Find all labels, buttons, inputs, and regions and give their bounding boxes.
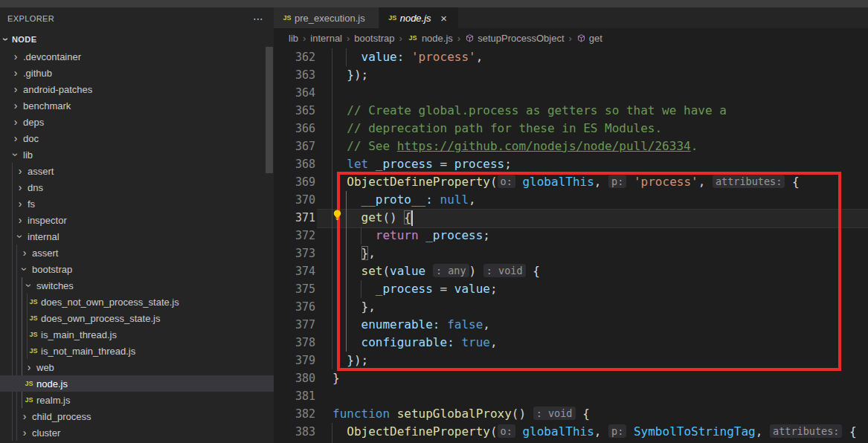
breadcrumb-item-node.js[interactable]: JSnode.js — [407, 33, 453, 44]
line-number-376[interactable]: 376 — [274, 298, 315, 316]
breadcrumb-label: lib — [289, 33, 298, 44]
lightbulb-icon[interactable] — [332, 209, 343, 221]
sidebar-item-assert[interactable]: ›assert — [0, 163, 274, 179]
code-token: , — [756, 424, 770, 439]
code-token — [332, 139, 347, 153]
code-line-383[interactable]: 383 ObjectDefineProperty(o: globalThis, … — [274, 423, 868, 441]
line-content: // deprecation path for these in ES Modu… — [332, 120, 662, 138]
tab-node.js[interactable]: JSnode.js× — [379, 7, 459, 28]
js-file-icon: JS — [407, 34, 419, 42]
sidebar-item-does_not_own_process_state.js[interactable]: JSdoes_not_own_process_state.js — [0, 294, 274, 310]
code-line-366[interactable]: 366 // deprecation path for these in ES … — [274, 120, 868, 138]
item-label: assert — [30, 248, 58, 259]
line-number-378[interactable]: 378 — [274, 334, 315, 352]
line-number-372[interactable]: 372 — [274, 227, 315, 245]
line-number-379[interactable]: 379 — [274, 352, 315, 369]
sidebar-item-fs[interactable]: ›fs — [0, 195, 274, 212]
line-number-382[interactable]: 382 — [274, 405, 315, 423]
item-label: dns — [26, 182, 43, 193]
code-line-368[interactable]: 368 let _process = process; — [274, 155, 868, 173]
line-number-368[interactable]: 368 — [274, 155, 315, 173]
line-number-371[interactable]: 371 — [274, 209, 315, 227]
sidebar-item-does_own_process_state.js[interactable]: JSdoes_own_process_state.js — [0, 310, 274, 326]
line-number-381[interactable]: 381 — [274, 387, 315, 405]
breadcrumb-item-internal[interactable]: internal — [310, 33, 342, 44]
code-token: () — [512, 407, 533, 421]
sidebar-item-child_process[interactable]: ›child_process — [0, 408, 274, 424]
js-file-icon: JS — [28, 314, 39, 322]
sidebar-item-is_not_main_thread.js[interactable]: JSis_not_main_thread.js — [0, 343, 274, 359]
sidebar-item-node.js[interactable]: JSnode.js — [0, 375, 274, 392]
breadcrumb-item-get[interactable]: get — [576, 33, 602, 44]
chevron-down-icon: › — [15, 230, 25, 242]
sidebar-item-.devcontainer[interactable]: ›.devcontainer — [0, 48, 274, 65]
breadcrumb-label: node.js — [422, 33, 453, 44]
line-number-362[interactable]: 362 — [274, 48, 315, 66]
line-number-374[interactable]: 374 — [274, 262, 315, 280]
line-number-365[interactable]: 365 — [274, 102, 315, 120]
sidebar-item-doc[interactable]: ›doc — [0, 130, 274, 146]
item-label: web — [35, 362, 54, 373]
sidebar-item-.github[interactable]: ›.github — [0, 65, 274, 81]
sidebar-item-inspector[interactable]: ›inspector — [0, 212, 274, 228]
breadcrumb-separator-icon: › — [569, 33, 572, 44]
chevron-right-icon: › — [19, 427, 30, 438]
line-number-380[interactable]: 380 — [274, 369, 315, 387]
chevron-right-icon: › — [10, 117, 22, 127]
explorer-sidebar: EXPLORER ⋯ › NODE ›.devcontainer›.github… — [0, 7, 274, 443]
code-token: // deprecation path for these in ES Modu… — [347, 121, 662, 135]
js-file-icon: JS — [23, 396, 35, 404]
line-number-364[interactable]: 364 — [274, 84, 315, 102]
code-editor[interactable]: 362 value: 'process',363 });364365 // Cr… — [274, 48, 868, 443]
tab-bar: JSpre_execution.jsJSnode.js× — [274, 7, 868, 28]
tab-label: node.js — [400, 13, 431, 24]
line-number-366[interactable]: 366 — [274, 120, 315, 138]
tab-pre_execution.js[interactable]: JSpre_execution.js — [274, 7, 379, 28]
code-line-380[interactable]: 380} — [274, 369, 868, 387]
sidebar-item-assert[interactable]: ›assert — [0, 245, 274, 261]
chevron-right-icon: › — [10, 68, 22, 78]
line-number-375[interactable]: 375 — [274, 280, 315, 298]
sidebar-item-switches[interactable]: ›switches — [0, 277, 274, 294]
sidebar-item-bootstrap[interactable]: ›bootstrap — [0, 261, 274, 277]
item-label: switches — [35, 280, 74, 291]
close-icon[interactable]: × — [437, 12, 451, 25]
line-number-373[interactable]: 373 — [274, 245, 315, 262]
code-line-362[interactable]: 362 value: 'process', — [274, 48, 868, 66]
sidebar-item-web[interactable]: ›web — [0, 359, 274, 375]
code-line-382[interactable]: 382function setupGlobalProxy() : void { — [274, 405, 868, 423]
breadcrumb-separator-icon: › — [399, 33, 402, 44]
js-file-icon: JS — [28, 298, 39, 305]
inlay-hint: : void — [533, 407, 576, 420]
sidebar-item-lib[interactable]: ›lib — [0, 146, 274, 163]
sidebar-item-realm.js[interactable]: JSrealm.js — [0, 392, 274, 408]
code-line-367[interactable]: 367 // See https://github.com/nodejs/nod… — [274, 138, 868, 155]
sidebar-item-is_main_thread.js[interactable]: JSis_main_thread.js — [0, 326, 274, 343]
code-line-364[interactable]: 364 — [274, 84, 868, 102]
line-number-383[interactable]: 383 — [274, 423, 315, 441]
line-number-377[interactable]: 377 — [274, 316, 315, 334]
breadcrumb-label: bootstrap — [354, 33, 394, 44]
sidebar-item-deps[interactable]: ›deps — [0, 114, 274, 130]
breadcrumb-item-setupProcessObject[interactable]: setupProcessObject — [465, 33, 564, 44]
line-number-363[interactable]: 363 — [274, 66, 315, 84]
line-number-370[interactable]: 370 — [274, 191, 315, 209]
breadcrumb-item-lib[interactable]: lib — [289, 33, 298, 44]
code-line-381[interactable]: 381 — [274, 387, 868, 405]
line-number-367[interactable]: 367 — [274, 138, 315, 155]
code-line-363[interactable]: 363 }); — [274, 66, 868, 84]
sidebar-item-cluster[interactable]: ›cluster — [0, 424, 274, 441]
more-actions-icon[interactable]: ⋯ — [253, 13, 263, 25]
sidebar-item-benchmark[interactable]: ›benchmark — [0, 97, 274, 114]
sidebar-item-android-patches[interactable]: ›android-patches — [0, 81, 274, 97]
breadcrumb-item-bootstrap[interactable]: bootstrap — [354, 33, 394, 44]
code-token — [368, 157, 376, 171]
title-bar — [0, 0, 868, 7]
code-line-365[interactable]: 365 // Create global.process as getters … — [274, 102, 868, 120]
line-content: let _process = process; — [332, 155, 512, 173]
sidebar-item-internal[interactable]: ›internal — [0, 228, 274, 245]
section-header-node[interactable]: › NODE — [0, 30, 274, 48]
code-token: process — [454, 157, 504, 171]
sidebar-item-dns[interactable]: ›dns — [0, 179, 274, 195]
line-number-369[interactable]: 369 — [274, 173, 315, 191]
